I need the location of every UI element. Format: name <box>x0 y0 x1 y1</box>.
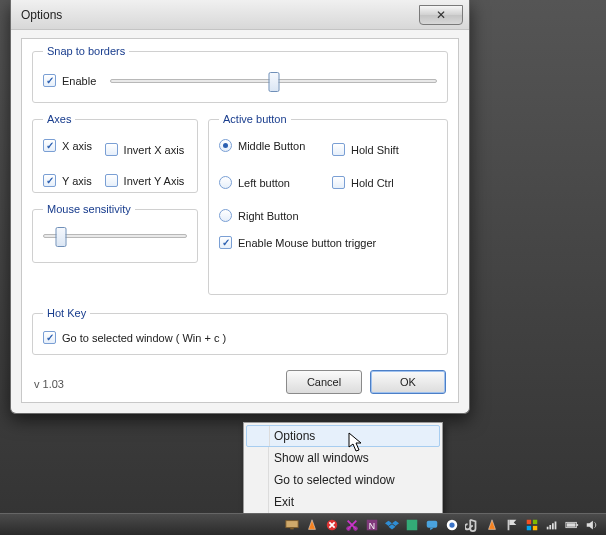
desktop-icon[interactable] <box>284 517 300 533</box>
context-menu-item[interactable]: Go to selected window <box>246 469 440 491</box>
windows-icon[interactable] <box>524 517 540 533</box>
group-active-button: Active button Middle Button Hold Shift L… <box>208 113 448 295</box>
svg-rect-0 <box>286 520 298 527</box>
checkbox-icon <box>43 74 56 87</box>
group-hot-key: Hot Key Go to selected window ( Win + c … <box>32 307 448 355</box>
svg-rect-11 <box>407 519 418 530</box>
invert-x-checkbox[interactable]: Invert X axis <box>105 143 187 156</box>
svg-marker-16 <box>489 519 496 529</box>
context-menu-item[interactable]: Show all windows <box>246 447 440 469</box>
context-menu-item[interactable]: Options <box>246 425 440 447</box>
y-axis-checkbox[interactable]: Y axis <box>43 174 95 187</box>
svg-rect-22 <box>547 526 549 529</box>
context-menu-item[interactable]: Exit <box>246 491 440 513</box>
button-bar: Cancel OK <box>286 370 446 394</box>
checkbox-icon <box>332 176 345 189</box>
close-red-icon[interactable] <box>324 517 340 533</box>
sensitivity-slider[interactable] <box>43 225 187 247</box>
group-legend: Mouse sensitivity <box>43 203 135 215</box>
svg-rect-27 <box>576 524 578 526</box>
enable-mouse-trigger-checkbox[interactable]: Enable Mouse button trigger <box>219 236 437 249</box>
svg-rect-17 <box>508 519 510 530</box>
radio-middle-button[interactable]: Middle Button <box>219 135 324 156</box>
vlc2-icon[interactable] <box>484 517 500 533</box>
options-window: Options ✕ Snap to borders Enable <box>10 0 470 414</box>
hold-shift-checkbox[interactable]: Hold Shift <box>332 143 437 156</box>
tray-context-menu: OptionsShow all windowsGo to selected wi… <box>243 422 443 516</box>
group-axes: Axes X axis Invert X axis Y axis Invert … <box>32 113 198 193</box>
window-close-button[interactable]: ✕ <box>419 5 463 25</box>
radio-label: Right Button <box>236 210 299 222</box>
button-label: OK <box>400 376 416 388</box>
note-icon[interactable] <box>464 517 480 533</box>
bubble-icon[interactable] <box>444 517 460 533</box>
context-menu-label: Exit <box>274 495 294 509</box>
window-title: Options <box>21 8 62 22</box>
radio-label: Left button <box>236 177 290 189</box>
hold-ctrl-checkbox[interactable]: Hold Ctrl <box>332 176 437 189</box>
version-label: v 1.03 <box>34 378 64 390</box>
signal-icon[interactable] <box>544 517 560 533</box>
vlc-icon[interactable] <box>304 517 320 533</box>
button-label: Cancel <box>307 376 341 388</box>
checkbox-icon <box>43 139 56 152</box>
group-mouse-sensitivity: Mouse sensitivity <box>32 203 198 263</box>
radio-icon <box>219 176 232 189</box>
checkbox-label: Hold Ctrl <box>349 177 394 189</box>
checkbox-label: Go to selected window ( Win + c ) <box>60 332 226 344</box>
ok-button[interactable]: OK <box>370 370 446 394</box>
scissors-icon[interactable] <box>344 517 360 533</box>
checkbox-label: Hold Shift <box>349 144 399 156</box>
checkbox-icon <box>43 174 56 187</box>
snap-enable-checkbox[interactable]: Enable <box>43 74 96 87</box>
titlebar[interactable]: Options ✕ <box>11 0 469 30</box>
checkbox-label: Invert Y Axis <box>122 175 185 187</box>
svg-rect-20 <box>527 525 531 529</box>
slider-track <box>110 79 437 83</box>
cancel-button[interactable]: Cancel <box>286 370 362 394</box>
radio-left-button[interactable]: Left button <box>219 176 324 189</box>
svg-rect-21 <box>533 525 537 529</box>
context-menu-label: Go to selected window <box>274 473 395 487</box>
close-icon: ✕ <box>436 8 446 22</box>
battery-icon[interactable] <box>564 517 580 533</box>
onenote-icon[interactable]: N <box>364 517 380 533</box>
chat-icon[interactable] <box>424 517 440 533</box>
radio-icon <box>219 139 232 152</box>
slider-track <box>43 234 187 238</box>
radio-label: Middle Button <box>236 140 305 152</box>
svg-marker-2 <box>309 519 316 529</box>
context-menu-label: Show all windows <box>274 451 369 465</box>
svg-marker-29 <box>587 520 593 529</box>
svg-rect-18 <box>527 519 531 523</box>
context-menu-label: Options <box>274 429 315 443</box>
dropbox-icon[interactable] <box>384 517 400 533</box>
checkbox-label: Enable Mouse button trigger <box>236 237 376 249</box>
group-legend: Active button <box>219 113 291 125</box>
volume-icon[interactable] <box>584 517 600 533</box>
checkbox-label: Invert X axis <box>122 144 185 156</box>
svg-rect-12 <box>427 520 438 527</box>
x-axis-checkbox[interactable]: X axis <box>43 135 95 156</box>
taskbar: N <box>0 513 606 535</box>
svg-point-15 <box>449 522 454 527</box>
util-icon[interactable] <box>404 517 420 533</box>
checkbox-label: Y axis <box>60 175 92 187</box>
checkbox-label: X axis <box>60 140 92 152</box>
svg-text:N: N <box>369 520 375 530</box>
group-legend: Snap to borders <box>43 45 129 57</box>
svg-rect-25 <box>555 521 557 529</box>
group-snap-to-borders: Snap to borders Enable <box>32 45 448 103</box>
hotkey-checkbox[interactable]: Go to selected window ( Win + c ) <box>43 329 437 346</box>
checkbox-icon <box>332 143 345 156</box>
svg-rect-28 <box>567 523 576 527</box>
group-legend: Axes <box>43 113 75 125</box>
radio-right-button[interactable]: Right Button <box>219 209 324 222</box>
slider-thumb[interactable] <box>268 72 279 92</box>
slider-thumb[interactable] <box>56 227 67 247</box>
client-area: Snap to borders Enable Axes X axis <box>21 38 459 403</box>
snap-slider[interactable] <box>110 79 437 83</box>
svg-rect-1 <box>290 527 294 529</box>
invert-y-checkbox[interactable]: Invert Y Axis <box>105 174 187 187</box>
flag-icon[interactable] <box>504 517 520 533</box>
